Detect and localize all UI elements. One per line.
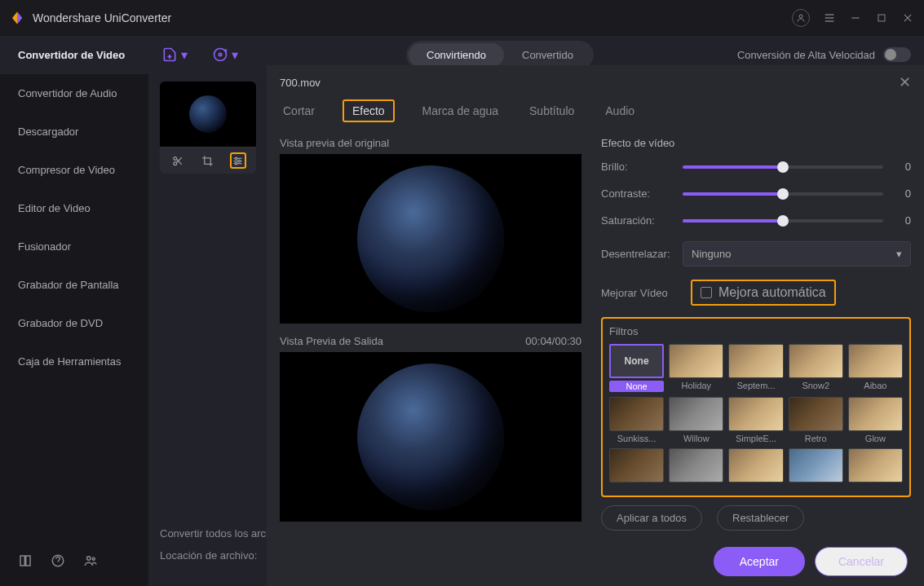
enhance-label: Mejorar Vídeo <box>601 287 683 299</box>
user-avatar[interactable] <box>792 9 810 27</box>
filter-simple[interactable] <box>728 397 783 431</box>
add-file-button[interactable]: ▾ <box>161 46 188 63</box>
modal-close-icon[interactable]: ✕ <box>899 73 911 91</box>
filter-label: SimpleE... <box>728 434 783 443</box>
sidebar: Convertidor de Video Convertidor de Audi… <box>0 36 148 586</box>
svg-point-0 <box>799 15 802 18</box>
modal-tab-effect[interactable]: Efecto <box>343 99 395 122</box>
minimize-icon[interactable] <box>849 11 862 24</box>
auto-enhance-label: Mejora automática <box>718 285 826 300</box>
accept-button[interactable]: Aceptar <box>714 547 805 576</box>
preview-original <box>280 154 581 324</box>
cut-icon[interactable] <box>170 152 186 169</box>
contrast-slider[interactable] <box>683 192 883 196</box>
maximize-icon[interactable] <box>875 11 888 24</box>
svg-point-23 <box>238 160 241 162</box>
sidebar-item-compressor[interactable]: Compresor de Video <box>0 151 148 189</box>
hispeed-toggle[interactable] <box>883 47 911 62</box>
brightness-label: Brillo: <box>601 161 683 173</box>
saturation-label: Saturación: <box>601 214 683 227</box>
app-logo <box>10 11 24 25</box>
filter-label: Holiday <box>669 381 723 390</box>
sidebar-item-audio-converter[interactable]: Convertidor de Audio <box>0 74 148 112</box>
menu-icon[interactable] <box>823 11 836 24</box>
modal-tab-watermark[interactable]: Marca de agua <box>419 99 502 122</box>
sidebar-item-dvd-burner[interactable]: Grabador de DVD <box>0 304 148 342</box>
brightness-slider[interactable] <box>683 165 883 169</box>
book-icon[interactable] <box>18 553 33 568</box>
saturation-value: 0 <box>895 214 911 227</box>
sidebar-item-video-converter[interactable]: Convertidor de Video <box>0 36 148 74</box>
saturation-slider[interactable] <box>683 219 883 223</box>
tab-converting[interactable]: Convirtiendo <box>409 43 504 67</box>
filter-label: Retro <box>789 434 843 443</box>
svg-point-12 <box>219 53 221 55</box>
crop-icon[interactable] <box>200 152 216 169</box>
deinterlace-select[interactable]: Ninguno▾ <box>683 241 911 267</box>
svg-point-10 <box>92 557 95 560</box>
close-icon[interactable] <box>901 11 914 24</box>
titlebar: Wondershare UniConverter <box>0 0 924 36</box>
tab-converted[interactable]: Convertido <box>504 43 591 67</box>
modal-tab-audio[interactable]: Audio <box>602 99 638 122</box>
filters-title: Filtros <box>609 325 903 337</box>
sidebar-item-merger[interactable]: Fusionador <box>0 227 148 266</box>
svg-point-24 <box>236 162 238 165</box>
sidebar-item-downloader[interactable]: Descargador <box>0 112 148 151</box>
video-effect-title: Efecto de vídeo <box>601 137 911 149</box>
svg-point-22 <box>236 157 238 160</box>
filter-aibao[interactable] <box>848 344 903 378</box>
filter-label: Septem... <box>728 381 783 390</box>
filter-september[interactable] <box>728 344 783 378</box>
add-disc-button[interactable]: ▾ <box>212 46 238 63</box>
filter-label: Aibao <box>848 381 903 390</box>
filter-label: Sunkiss... <box>609 434 664 443</box>
contrast-label: Contraste: <box>601 187 683 200</box>
contact-icon[interactable] <box>83 553 98 568</box>
filter-extra-2[interactable] <box>669 448 723 482</box>
filter-extra-5[interactable] <box>848 448 903 482</box>
filters-panel: Filtros NoneNone Holiday Septem... Snow2… <box>601 317 911 497</box>
filter-label: Snow2 <box>789 381 843 390</box>
filter-extra-1[interactable] <box>609 448 664 482</box>
filter-label: Glow <box>848 434 903 443</box>
preview-output-label: Vista Previa de Salida <box>280 335 383 347</box>
preview-original-label: Vista previa del original <box>280 137 389 149</box>
svg-point-9 <box>87 557 91 561</box>
help-icon[interactable] <box>51 553 65 568</box>
filter-willow[interactable] <box>669 397 723 431</box>
filter-snow2[interactable] <box>789 344 843 378</box>
filter-retro[interactable] <box>789 397 843 431</box>
filter-label: Willow <box>669 434 723 443</box>
file-thumbnail-card[interactable] <box>160 82 256 174</box>
modal-filename: 700.mov <box>280 77 321 89</box>
app-title: Wondershare UniConverter <box>33 11 792 24</box>
filter-extra-3[interactable] <box>728 448 783 482</box>
effect-modal: 700.mov ✕ Cortar Efecto Marca de agua Su… <box>267 65 924 586</box>
contrast-value: 0 <box>895 187 911 200</box>
auto-enhance-checkbox[interactable]: Mejora automática <box>691 280 836 306</box>
effect-icon[interactable] <box>230 152 246 169</box>
modal-tab-subtitle[interactable]: Subtítulo <box>526 99 577 122</box>
modal-tab-cut[interactable]: Cortar <box>280 99 318 122</box>
file-thumbnail <box>160 82 256 147</box>
svg-rect-5 <box>878 15 885 21</box>
filter-glow[interactable] <box>848 397 903 431</box>
filter-extra-4[interactable] <box>789 448 843 482</box>
cancel-button[interactable]: Cancelar <box>815 547 908 576</box>
preview-timecode: 00:04/00:30 <box>525 335 581 347</box>
preview-output <box>280 352 581 522</box>
apply-all-button[interactable]: Aplicar a todos <box>601 505 702 531</box>
reset-button[interactable]: Restablecer <box>717 505 804 531</box>
brightness-value: 0 <box>895 161 911 173</box>
filter-none[interactable]: None <box>609 344 664 378</box>
filter-holiday[interactable] <box>669 344 723 378</box>
sidebar-item-screen-recorder[interactable]: Grabador de Pantalla <box>0 266 148 304</box>
chevron-down-icon: ▾ <box>896 248 902 260</box>
deinterlace-label: Desentrelazar: <box>601 248 683 260</box>
sidebar-item-video-editor[interactable]: Editor de Video <box>0 189 148 227</box>
hispeed-label: Conversión de Alta Velocidad <box>737 49 875 61</box>
filter-label: None <box>609 381 664 392</box>
filter-sunkissed[interactable] <box>609 397 664 431</box>
sidebar-item-toolbox[interactable]: Caja de Herramientas <box>0 342 148 381</box>
